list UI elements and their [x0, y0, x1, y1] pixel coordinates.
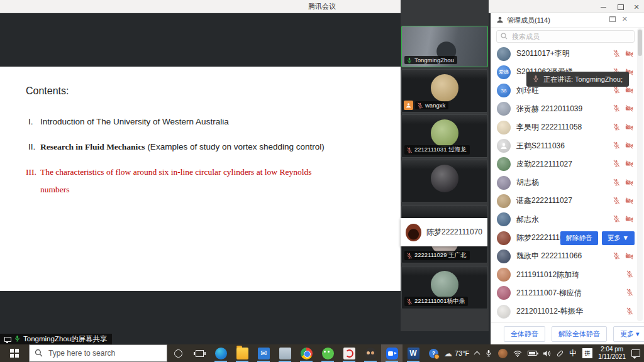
camera-off-icon[interactable]	[625, 158, 633, 170]
scrollbar-thumb[interactable]	[638, 30, 642, 56]
camera-off-icon[interactable]	[625, 122, 633, 133]
thumbnail-name-label: wangxk	[415, 101, 448, 109]
member-row[interactable]: 2112111007-柳应倩	[491, 284, 640, 302]
clock[interactable]: 2:04 pm1/11/2021	[598, 346, 626, 361]
thumbnail-name-label: 2212111001杨中鼎	[404, 297, 468, 306]
muted-mic-icon[interactable]	[613, 195, 620, 207]
wifi-icon[interactable]	[513, 350, 522, 357]
camera-off-icon[interactable]	[625, 214, 633, 225]
task-view-button[interactable]	[189, 344, 210, 362]
cortana-button[interactable]	[167, 344, 189, 362]
app-tray-icon[interactable]	[498, 349, 508, 358]
wechat-taskbar-button[interactable]	[317, 344, 338, 362]
unmute-member-button[interactable]: 解除静音	[560, 231, 598, 245]
acrobat-icon	[343, 348, 355, 359]
muted-mic-icon[interactable]	[613, 103, 620, 114]
panel-close-icon[interactable]: ✕	[622, 16, 628, 22]
muted-mic-icon[interactable]	[626, 287, 633, 299]
member-name: 胡志杨	[516, 177, 539, 188]
avatar	[431, 165, 458, 192]
avatar	[497, 121, 511, 134]
video-thumbnail[interactable]	[401, 160, 488, 203]
muted-mic-icon[interactable]	[613, 48, 620, 60]
link-icon[interactable]	[557, 352, 564, 355]
help-app-icon[interactable]: ?	[429, 349, 438, 358]
popout-icon[interactable]	[609, 16, 616, 22]
contacts-taskbar-button[interactable]	[360, 344, 381, 362]
action-center-button[interactable]	[631, 349, 640, 357]
taskbar-search-input[interactable]	[29, 344, 167, 362]
volume-icon[interactable]	[543, 350, 551, 357]
video-thumbnail[interactable]: wangxk	[401, 69, 488, 112]
member-list-scrollbar[interactable]	[637, 28, 643, 321]
windows-logo-icon	[10, 349, 19, 358]
member-row[interactable]: 2111911012陈加琦	[491, 266, 640, 284]
cortana-icon	[174, 349, 182, 358]
cloud-icon: ☁	[444, 349, 452, 358]
tencent-meeting-taskbar-button[interactable]	[381, 344, 402, 362]
camera-off-icon[interactable]	[625, 140, 633, 151]
host-badge-icon	[404, 101, 413, 110]
member-row[interactable]: 李昊明 2222111058	[491, 118, 640, 136]
ime-language-indicator[interactable]: 中	[569, 348, 577, 359]
muted-mic-icon[interactable]	[626, 306, 633, 317]
camera-off-icon[interactable]	[625, 177, 633, 189]
word-taskbar-button[interactable]: W	[402, 344, 424, 362]
member-row[interactable]: 张贡赫 2212011039	[491, 100, 640, 118]
muted-mic-icon[interactable]	[613, 140, 620, 151]
avatar: 38	[497, 84, 511, 97]
start-button[interactable]	[0, 344, 29, 362]
video-thumbnail[interactable]: 2212111001杨中鼎	[401, 266, 488, 309]
camera-off-icon[interactable]	[625, 195, 633, 207]
member-row[interactable]: 王鹤S2111036	[491, 137, 640, 155]
muted-mic-icon[interactable]	[613, 122, 620, 133]
restore-button[interactable]	[616, 3, 624, 11]
member-row[interactable]: 郝志永	[491, 211, 640, 229]
monitor-icon	[4, 337, 11, 342]
member-row[interactable]: 胡志杨	[491, 173, 640, 192]
mute-all-button[interactable]: 全体静音	[504, 326, 545, 342]
member-row[interactable]: 魏政申 2222111066	[491, 247, 640, 265]
unmute-all-button[interactable]: 解除全体静音	[552, 326, 607, 342]
edge-taskbar-button[interactable]	[210, 344, 231, 362]
more-button[interactable]: 更多 ▾	[613, 326, 644, 342]
muted-mic-icon[interactable]	[613, 177, 620, 189]
acrobat-taskbar-button[interactable]	[338, 344, 360, 362]
chrome-taskbar-button[interactable]	[296, 344, 317, 362]
ime-mode-indicator[interactable]: 拼	[582, 348, 592, 358]
muted-mic-icon[interactable]	[613, 251, 620, 262]
word-icon: W	[408, 348, 419, 359]
battery-icon[interactable]	[528, 351, 537, 356]
video-thumbnail[interactable]: 2212111031 过海龙	[401, 114, 488, 158]
notes-icon	[279, 348, 291, 359]
window-title: 腾讯会议	[308, 2, 336, 11]
search-icon	[501, 33, 508, 40]
minimize-button[interactable]	[600, 3, 608, 11]
muted-mic-icon[interactable]	[613, 158, 620, 170]
camera-off-icon[interactable]	[625, 48, 633, 60]
show-hidden-icons-button[interactable]	[475, 350, 479, 356]
muted-mic-icon[interactable]	[613, 214, 620, 225]
member-panel-header: 管理成员(114) ✕	[491, 13, 644, 28]
muted-mic-icon[interactable]	[626, 269, 633, 280]
file-explorer-taskbar-button[interactable]	[231, 344, 253, 362]
member-row[interactable]: 陈梦2222111070解除静音更多 ▼	[491, 229, 640, 247]
microphone-tray-icon[interactable]	[485, 349, 492, 357]
camera-off-icon[interactable]	[625, 251, 633, 262]
video-thumbnail[interactable]: TongmingZhou	[401, 26, 488, 67]
search-icon	[35, 349, 43, 357]
weather-widget[interactable]: ☁73°F	[444, 349, 469, 358]
member-row[interactable]: 皮勤2212111027	[491, 155, 640, 173]
member-row[interactable]: 2212011012-韩振华	[491, 302, 640, 321]
avatar	[497, 194, 511, 208]
close-button[interactable]: ✕	[633, 3, 640, 11]
member-row[interactable]: 谌鑫2222111027	[491, 192, 640, 210]
notes-taskbar-button[interactable]	[274, 344, 296, 362]
member-more-button[interactable]: 更多 ▼	[602, 231, 635, 245]
camera-off-icon[interactable]	[625, 103, 633, 114]
member-search-input[interactable]	[496, 30, 635, 43]
mail-taskbar-button[interactable]: ✉	[253, 344, 274, 362]
avatar	[431, 271, 458, 299]
slide-item-2: II.Research in Fluid Mechanics (Examples…	[28, 142, 325, 152]
member-row[interactable]: S2011017+李明	[491, 45, 640, 63]
